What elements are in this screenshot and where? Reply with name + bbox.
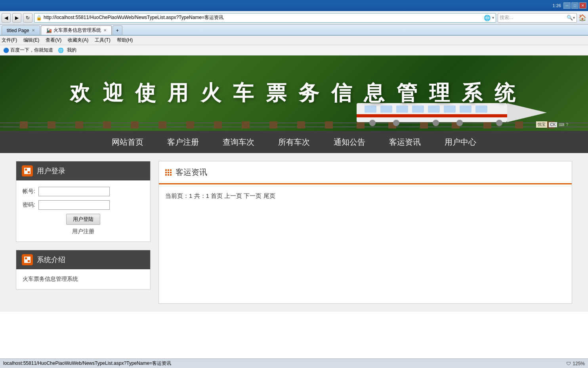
svg-point-32 <box>369 120 376 126</box>
intro-body: 火车票务信息管理系统 <box>16 269 150 289</box>
svg-rect-13 <box>325 121 333 128</box>
login-button[interactable]: 用户登陆 <box>66 214 100 225</box>
address-text: http://localhost:55811/HuoChePiaoWuWeb/N… <box>44 14 482 21</box>
login-title: 用户登录 <box>37 166 65 176</box>
svg-rect-16 <box>420 121 428 128</box>
svg-rect-23 <box>357 114 507 117</box>
header-keyboard-icon: ⌨ <box>559 123 564 127</box>
tab-1-close[interactable]: ✕ <box>32 28 35 33</box>
password-input[interactable] <box>38 200 110 210</box>
login-section-header: 用户登录 <box>16 161 150 180</box>
tab-2-icon: 🚂 <box>46 28 52 33</box>
sidebar: 用户登录 帐号: 密码: 用户登陆 用户注册 <box>16 161 151 304</box>
header-title: 欢 迎 使 用 火 车 票 务 信 息 管 理 系 统 <box>70 79 518 107</box>
header-ck: CK <box>549 122 557 127</box>
panel-body: 当前页：1 共：1 首页 上一页 下一页 尾页 <box>159 184 572 208</box>
menu-favorites[interactable]: 收藏夹(A) <box>68 37 88 44</box>
pagination-text: 当前页：1 共：1 首页 上一页 下一页 尾页 <box>165 192 565 200</box>
nav-home[interactable]: 网站首页 <box>112 134 143 151</box>
fav-mine-label: 我的 <box>67 47 76 54</box>
status-bar: localhost:55811/HuoChePiaoWuWeb/NewsType… <box>0 358 588 368</box>
fav-baidu-icon: 🔵 <box>3 48 9 53</box>
svg-rect-12 <box>297 121 305 128</box>
password-row: 密码: <box>23 200 144 210</box>
content-area: 用户登录 帐号: 密码: 用户登陆 用户注册 <box>0 153 588 312</box>
svg-rect-14 <box>357 121 365 128</box>
refresh-btn[interactable]: ↻ <box>23 13 32 23</box>
password-label: 密码: <box>23 201 38 209</box>
search-icon[interactable]: 🔍 <box>567 15 573 21</box>
minimize-btn[interactable]: ─ <box>563 2 571 9</box>
svg-rect-10 <box>242 121 250 128</box>
nav-register[interactable]: 客户注册 <box>167 134 199 151</box>
nav-user-center[interactable]: 用户中心 <box>445 134 476 151</box>
svg-rect-19 <box>515 121 523 128</box>
nav-query[interactable]: 查询车次 <box>223 134 254 151</box>
nav-news[interactable]: 客运资讯 <box>389 134 421 151</box>
tab-2-close[interactable]: ✕ <box>103 28 107 33</box>
svg-point-36 <box>496 120 502 126</box>
status-url: localhost:55811/HuoChePiaoWuWeb/NewsType… <box>3 360 171 367</box>
fav-mine[interactable]: 我的 <box>67 47 76 54</box>
panel-header: 客运资讯 <box>159 161 572 184</box>
header-badge: 悦宝 <box>536 121 547 128</box>
svg-rect-3 <box>48 121 55 128</box>
tab-1-label: titled Page <box>7 28 29 33</box>
intro-section: 系统介绍 火车票务信息管理系统 <box>16 250 151 289</box>
svg-point-35 <box>456 120 463 126</box>
search-bar[interactable]: 搜索... 🔍 ▾ <box>498 13 577 23</box>
back-btn[interactable]: ◀ <box>2 13 11 23</box>
site-header: 欢 迎 使 用 火 车 票 务 信 息 管 理 系 统 悦宝 CK ⌨ ? <box>0 56 588 131</box>
fav-baidu-label: 百度一下，你就知道 <box>10 47 53 54</box>
main-panel: 客运资讯 当前页：1 共：1 首页 上一页 下一页 尾页 <box>158 161 572 304</box>
maximize-btn[interactable]: □ <box>571 2 578 9</box>
new-tab-btn[interactable]: + <box>113 25 122 35</box>
menu-view[interactable]: 查看(V) <box>46 37 61 44</box>
menu-file[interactable]: 文件(F) <box>2 37 17 44</box>
intro-icon <box>22 254 33 265</box>
account-input[interactable] <box>38 187 110 196</box>
intro-icon-inner <box>24 257 31 263</box>
intro-text: 火车票务信息管理系统 <box>23 276 144 283</box>
menu-edit[interactable]: 编辑(E) <box>23 37 39 44</box>
zoom-level: 125% <box>573 361 585 366</box>
svg-rect-11 <box>269 121 277 128</box>
search-dropdown-icon[interactable]: ▾ <box>573 15 575 20</box>
address-bar[interactable]: 🔒 http://localhost:55811/HuoChePiaoWuWeb… <box>34 13 496 23</box>
fav-baidu[interactable]: 🔵 百度一下，你就知道 <box>3 47 53 54</box>
svg-rect-2 <box>20 121 28 128</box>
svg-rect-9 <box>214 121 222 128</box>
login-icon <box>22 165 33 176</box>
intro-title: 系统介绍 <box>37 255 65 264</box>
header-help-icon: ? <box>566 123 568 127</box>
dropdown-icon[interactable]: ▾ <box>492 15 494 20</box>
tab-2-label: 火车票务信息管理系统 <box>53 27 101 34</box>
svg-rect-18 <box>483 121 491 128</box>
close-btn[interactable]: ✕ <box>579 2 586 9</box>
account-label: 帐号: <box>23 188 38 195</box>
register-link[interactable]: 用户注册 <box>23 228 144 235</box>
svg-point-33 <box>393 120 399 126</box>
fav-icon: 🌐 <box>58 48 64 53</box>
nav-notice[interactable]: 通知公告 <box>334 134 365 151</box>
menu-bar: 文件(F) 编辑(E) 查看(V) 收藏夹(A) 工具(T) 帮助(H) <box>0 36 588 45</box>
window-controls: ─ □ ✕ <box>563 2 586 9</box>
nav-all-trains[interactable]: 所有车次 <box>278 134 310 151</box>
security-icon: 🔒 <box>36 15 42 21</box>
tab-1[interactable]: titled Page ✕ <box>2 25 40 35</box>
tab-bar: titled Page ✕ 🚂 火车票务信息管理系统 ✕ + <box>0 25 588 36</box>
account-row: 帐号: <box>23 187 144 196</box>
svg-point-34 <box>433 120 439 126</box>
login-section: 用户登录 帐号: 密码: 用户登陆 用户注册 <box>16 161 151 242</box>
status-right: 🛡 125% <box>566 361 585 366</box>
menu-tools[interactable]: 工具(T) <box>95 37 110 44</box>
menu-help[interactable]: 帮助(H) <box>117 37 133 44</box>
forward-btn[interactable]: ▶ <box>12 13 21 23</box>
title-bar: 1:26 ─ □ ✕ <box>0 0 588 11</box>
tab-2[interactable]: 🚂 火车票务信息管理系统 ✕ <box>41 25 112 35</box>
svg-rect-6 <box>131 121 139 128</box>
page-body: 欢 迎 使 用 火 车 票 务 信 息 管 理 系 统 悦宝 CK ⌨ ? 网站… <box>0 56 588 312</box>
panel-title: 客运资讯 <box>176 167 207 178</box>
home-btn[interactable]: 🏠 <box>578 14 586 21</box>
svg-rect-4 <box>75 121 83 128</box>
